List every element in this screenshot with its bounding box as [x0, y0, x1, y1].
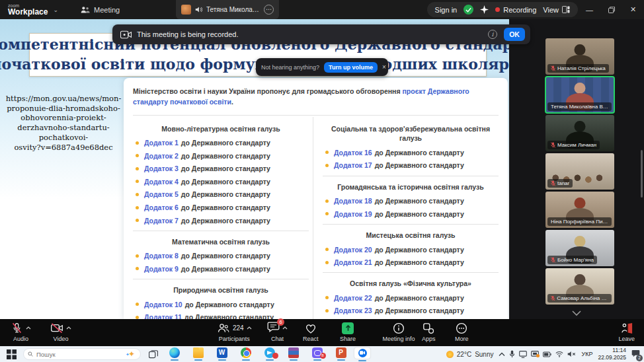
taskbar-app-zoom[interactable]	[354, 347, 370, 361]
participants-button[interactable]: 224 Participants	[217, 321, 252, 342]
section-heading: Освітня галузь «Фізична культура»	[327, 279, 495, 289]
start-button-icon[interactable]	[7, 349, 17, 359]
participant-video-tile[interactable]: Тетяна Миколаївна Васю...	[545, 77, 614, 113]
video-options-chevron-icon[interactable]	[66, 326, 71, 330]
app-icon: 8	[312, 347, 323, 358]
appendix-link[interactable]: Додаток 23	[334, 307, 372, 314]
section-list: Додаток 20 до Державного стандарту Додат…	[323, 246, 499, 267]
audio-options-chevron-icon[interactable]	[26, 326, 31, 330]
source-url-line: derzhavnoho-standartu-	[4, 123, 123, 133]
active-meeting-tab[interactable]: Тетяна Миколаївна Васюті ⋯	[176, 0, 279, 19]
language-indicator[interactable]: УКР	[581, 351, 592, 357]
react-button[interactable]: React	[303, 321, 319, 342]
tray-virtual-desktop-icon[interactable]	[519, 351, 527, 358]
appendix-link[interactable]: Додаток 11	[144, 313, 182, 319]
tray-mic-icon[interactable]	[509, 350, 515, 358]
copilot-sparkle-icon[interactable]: ✦✦	[127, 349, 136, 359]
info-icon[interactable]: i	[488, 30, 497, 39]
appendix-link[interactable]: Додаток 17	[334, 161, 372, 169]
participant-video-tile[interactable]: Бойко Мар’яна	[545, 230, 614, 266]
appendix-suffix: до Державного стандарту	[375, 307, 464, 314]
appendix-item: Додаток 10 до Державного стандарту	[133, 301, 309, 308]
audio-button[interactable]: Audio	[11, 321, 31, 342]
recording-indicator[interactable]: Recording	[495, 6, 536, 14]
appendix-link[interactable]: Додаток 18	[334, 197, 372, 205]
appendix-link[interactable]: Додаток 21	[334, 258, 372, 266]
taskbar-app-edge[interactable]	[169, 347, 180, 361]
participant-video-tile[interactable]: Ніна Порфиріївна Пихтіна	[545, 192, 614, 228]
apps-icon	[423, 322, 434, 334]
appendix-link[interactable]: Додаток 10	[144, 301, 182, 308]
zoom-app-icon	[358, 349, 367, 357]
appendix-link[interactable]: Додаток 7	[144, 217, 179, 225]
taskbar-app-word[interactable]	[216, 347, 227, 361]
appendix-suffix: до Державного стандарту	[375, 210, 464, 218]
appendix-link[interactable]: Додаток 19	[334, 210, 372, 218]
taskbar-clock[interactable]: 11:14 22.09.2025	[598, 347, 626, 361]
taskbar-app-explorer[interactable]	[192, 347, 204, 361]
toast-close-icon[interactable]: ×	[382, 63, 386, 71]
weather-widget[interactable]: 22°C Sunny	[446, 351, 494, 358]
participant-video-tile[interactable]: Максим Личман	[545, 115, 614, 151]
notification-center-icon[interactable]: 2	[631, 348, 640, 360]
close-button[interactable]: ✕	[622, 0, 644, 19]
appendix-link[interactable]: Додаток 9	[144, 265, 179, 273]
task-view-icon[interactable]	[149, 350, 158, 359]
more-ellipsis-icon	[456, 322, 467, 334]
zoom-app-active-indicator	[358, 360, 366, 361]
share-button[interactable]: Share	[340, 321, 356, 342]
appendix-link[interactable]: Додаток 5	[144, 190, 179, 198]
appendix-link[interactable]: Додаток 8	[144, 252, 179, 260]
turn-up-volume-button[interactable]: Turn up volume	[324, 62, 378, 73]
tray-wifi-icon[interactable]	[555, 351, 563, 357]
more-participants-chevron-icon[interactable]	[565, 308, 588, 318]
chat-button[interactable]: 6 Chat	[267, 321, 288, 342]
security-shield-icon[interactable]	[463, 5, 473, 15]
taskbar-app-winrar[interactable]	[288, 347, 299, 361]
chat-chevron-icon[interactable]	[282, 326, 288, 330]
participants-scrollbar[interactable]	[641, 150, 643, 198]
tray-battery-icon[interactable]	[543, 351, 551, 357]
tray-volume-muted-icon[interactable]	[567, 351, 576, 357]
participant-video-tile[interactable]: Самовар Альбіна ПН...	[545, 268, 614, 305]
appendix-link[interactable]: Додаток 3	[144, 164, 179, 172]
workspace-chevron-down-icon[interactable]: ⌄	[53, 7, 58, 13]
taskbar-app-chrome[interactable]	[240, 347, 251, 361]
view-button[interactable]: View	[543, 6, 570, 14]
video-button[interactable]: Video	[50, 321, 71, 342]
appendix-link[interactable]: Додаток 6	[144, 203, 179, 211]
tab-more-options-icon[interactable]: ⋯	[264, 5, 274, 15]
more-button[interactable]: More	[455, 321, 469, 342]
leave-button[interactable]: Leave	[618, 321, 635, 342]
appendix-link[interactable]: Додаток 20	[334, 246, 372, 254]
appendix-item: Додаток 18 до Державного стандарту	[323, 197, 499, 205]
participant-video-tile[interactable]: tanar	[545, 153, 614, 190]
appendix-link[interactable]: Додаток 2	[144, 152, 179, 160]
tray-screenshare-icon[interactable]	[531, 351, 539, 358]
taskbar-app-telegram[interactable]	[264, 347, 275, 361]
appendix-link[interactable]: Додаток 4	[144, 178, 179, 186]
section-list: Додаток 1 до Державного стандарту Додато…	[133, 139, 309, 224]
participants-chevron-icon[interactable]	[247, 326, 252, 330]
maximize-button[interactable]	[600, 0, 622, 19]
meeting-info-button[interactable]: Meeting info	[372, 321, 426, 342]
ok-button[interactable]: OK	[504, 28, 525, 41]
appendix-link[interactable]: Додаток 1	[144, 139, 179, 147]
section-divider	[323, 272, 499, 273]
apps-button[interactable]: Apps	[422, 321, 436, 342]
taskbar-app-powerpoint[interactable]	[335, 347, 346, 361]
tray-chevron-up-icon[interactable]	[499, 352, 505, 357]
appendix-link[interactable]: Додаток 16	[334, 149, 372, 157]
appendix-suffix: до Державного стандарту	[181, 265, 270, 273]
appendix-link[interactable]: Додаток 22	[334, 294, 372, 302]
taskbar-search[interactable]: ✦✦	[23, 348, 141, 360]
participant-video-tile[interactable]: Наталія Стрілецька	[545, 38, 614, 75]
sign-in-button[interactable]: Sign in	[435, 6, 458, 14]
zoom-workplace-logo: zoom Workplace	[8, 3, 48, 16]
taskbar-app-viber[interactable]: 8	[311, 347, 323, 361]
intro-divider	[133, 115, 499, 116]
ai-companion-icon[interactable]	[480, 5, 489, 14]
tab-meeting[interactable]: Meeting	[81, 6, 120, 14]
search-input[interactable]	[36, 351, 124, 358]
minimize-button[interactable]: —	[579, 0, 600, 19]
